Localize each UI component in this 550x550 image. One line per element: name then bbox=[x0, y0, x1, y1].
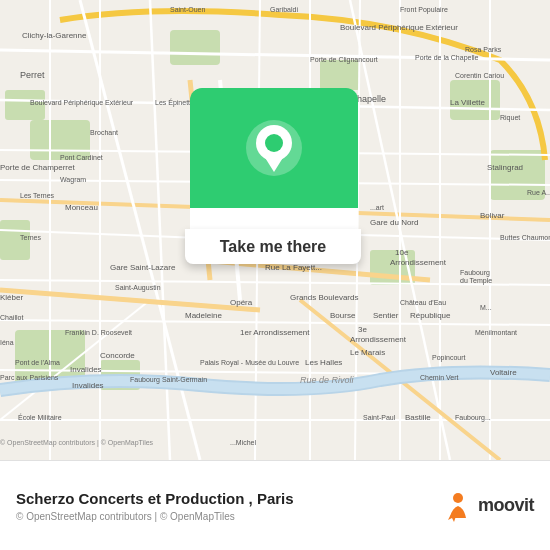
svg-text:© OpenStreetMap contributors |: © OpenStreetMap contributors | © OpenMap… bbox=[0, 439, 154, 447]
svg-rect-4 bbox=[320, 60, 360, 90]
svg-text:La Villette: La Villette bbox=[450, 98, 486, 107]
venue-name-text: Scherzo Concerts et Production bbox=[16, 490, 244, 507]
svg-text:Grands Boulevards: Grands Boulevards bbox=[290, 293, 358, 302]
svg-text:Porte de la Chapelle: Porte de la Chapelle bbox=[415, 54, 479, 62]
svg-text:Invalides: Invalides bbox=[70, 365, 102, 374]
svg-text:Chemin Vert: Chemin Vert bbox=[420, 374, 459, 381]
svg-text:Gare Saint-Lazare: Gare Saint-Lazare bbox=[110, 263, 176, 272]
svg-text:Perret: Perret bbox=[20, 70, 45, 80]
svg-text:Corentin Cariou: Corentin Cariou bbox=[455, 72, 504, 79]
svg-text:Voltaire: Voltaire bbox=[490, 368, 517, 377]
take-me-there-button[interactable]: Take me there bbox=[185, 229, 361, 264]
svg-text:Saint-Paul: Saint-Paul bbox=[363, 414, 396, 421]
moovit-text: moovit bbox=[478, 495, 534, 516]
svg-text:Les Halles: Les Halles bbox=[305, 358, 342, 367]
svg-text:Bourse: Bourse bbox=[330, 311, 356, 320]
svg-text:Porte de Clignancourt: Porte de Clignancourt bbox=[310, 56, 378, 64]
svg-text:Château d'Eau: Château d'Eau bbox=[400, 299, 446, 306]
svg-text:Garibaldi: Garibaldi bbox=[270, 6, 298, 13]
svg-text:Boulevard Périphérique Extérie: Boulevard Périphérique Extérieur bbox=[30, 99, 134, 107]
venue-name: Scherzo Concerts et Production , Paris bbox=[16, 490, 442, 507]
svg-text:Riquet: Riquet bbox=[500, 114, 520, 122]
svg-text:M...: M... bbox=[480, 304, 492, 311]
svg-rect-3 bbox=[170, 30, 220, 65]
svg-text:du Temple: du Temple bbox=[460, 277, 492, 285]
city-separator: , bbox=[249, 490, 257, 507]
svg-text:Opéra: Opéra bbox=[230, 298, 253, 307]
svg-text:Le Marais: Le Marais bbox=[350, 348, 385, 357]
svg-text:Saint-Ouen: Saint-Ouen bbox=[170, 6, 206, 13]
svg-text:Clichy-la-Garenne: Clichy-la-Garenne bbox=[22, 31, 87, 40]
svg-text:Bastille: Bastille bbox=[405, 413, 431, 422]
moovit-icon-svg bbox=[442, 490, 474, 522]
svg-text:Buttes Chaumont: Buttes Chaumont bbox=[500, 234, 550, 241]
svg-text:Concorde: Concorde bbox=[100, 351, 135, 360]
svg-text:Pont de l'Alma: Pont de l'Alma bbox=[15, 359, 60, 366]
svg-text:Invalides: Invalides bbox=[72, 381, 104, 390]
svg-text:Palais Royal - Musée du Louvre: Palais Royal - Musée du Louvre bbox=[200, 359, 299, 367]
svg-text:Arrondissement: Arrondissement bbox=[390, 258, 447, 267]
city-text: Paris bbox=[257, 490, 294, 507]
svg-text:Les Ternes: Les Ternes bbox=[20, 192, 55, 199]
svg-text:1er Arrondissement: 1er Arrondissement bbox=[240, 328, 310, 337]
svg-text:Faubourg Saint-Germain: Faubourg Saint-Germain bbox=[130, 376, 207, 384]
svg-text:Kléber: Kléber bbox=[0, 293, 23, 302]
moovit-logo: moovit bbox=[442, 490, 534, 522]
svg-text:Ménilmontant: Ménilmontant bbox=[475, 329, 517, 336]
svg-text:Gare du Nord: Gare du Nord bbox=[370, 218, 418, 227]
svg-text:Porte de Champerret: Porte de Champerret bbox=[0, 163, 75, 172]
svg-text:10e: 10e bbox=[395, 248, 409, 257]
svg-text:Faubourg: Faubourg bbox=[460, 269, 490, 277]
svg-text:Saint-Augustin: Saint-Augustin bbox=[115, 284, 161, 292]
svg-text:Madeleine: Madeleine bbox=[185, 311, 222, 320]
svg-text:Parc aux Parisiens: Parc aux Parisiens bbox=[0, 374, 59, 381]
svg-text:Arrondissement: Arrondissement bbox=[350, 335, 407, 344]
svg-text:Bolivar: Bolivar bbox=[480, 211, 505, 220]
svg-text:Monceau: Monceau bbox=[65, 203, 98, 212]
copyright-text: © OpenStreetMap contributors | © OpenMap… bbox=[16, 511, 442, 522]
svg-text:Rue de Rivoli: Rue de Rivoli bbox=[300, 375, 355, 385]
info-bar: Scherzo Concerts et Production , Paris ©… bbox=[0, 460, 550, 550]
svg-text:...Michel: ...Michel bbox=[230, 439, 257, 446]
svg-text:Iéna: Iéna bbox=[0, 339, 14, 346]
svg-text:Chaillot: Chaillot bbox=[0, 314, 23, 321]
svg-point-117 bbox=[453, 493, 463, 503]
svg-text:Faubourg...: Faubourg... bbox=[455, 414, 491, 422]
svg-text:Pont Cardinet: Pont Cardinet bbox=[60, 154, 103, 161]
svg-text:Brochant: Brochant bbox=[90, 129, 118, 136]
svg-text:Franklin D. Roosevelt: Franklin D. Roosevelt bbox=[65, 329, 132, 336]
svg-text:3e: 3e bbox=[358, 325, 367, 334]
svg-text:Popincourt: Popincourt bbox=[432, 354, 466, 362]
svg-text:Wagram: Wagram bbox=[60, 176, 86, 184]
svg-text:Rue La Fayett...: Rue La Fayett... bbox=[265, 263, 322, 272]
svg-text:Rosa Parks: Rosa Parks bbox=[465, 46, 502, 53]
svg-text:Sentier: Sentier bbox=[373, 311, 399, 320]
svg-text:...art: ...art bbox=[370, 204, 384, 211]
svg-text:Boulevard Périphérique Extérie: Boulevard Périphérique Extérieur bbox=[340, 23, 458, 32]
map-container: Clichy-la-Garenne Saint-Ouen Garibaldi B… bbox=[0, 0, 550, 460]
svg-text:École Militaire: École Militaire bbox=[18, 413, 62, 421]
svg-text:Rue A...: Rue A... bbox=[527, 189, 550, 196]
svg-point-113 bbox=[265, 134, 283, 152]
svg-text:Ternes: Ternes bbox=[20, 234, 42, 241]
svg-text:République: République bbox=[410, 311, 451, 320]
svg-text:Stalingrad: Stalingrad bbox=[487, 163, 523, 172]
info-left: Scherzo Concerts et Production , Paris ©… bbox=[16, 490, 442, 522]
svg-text:Front Populaire: Front Populaire bbox=[400, 6, 448, 14]
